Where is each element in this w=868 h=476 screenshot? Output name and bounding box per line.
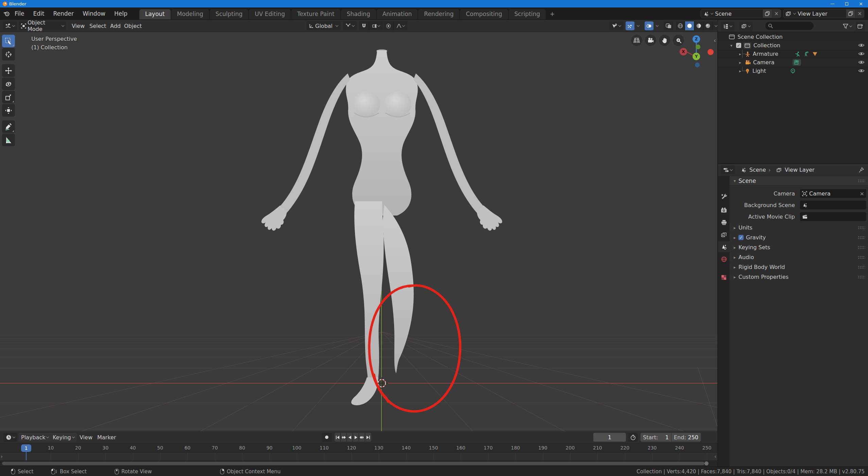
timeline-view-menu[interactable]: View <box>77 433 95 442</box>
timeline-ruler[interactable]: 1020304050607080901001101201301401501601… <box>0 443 717 453</box>
gravity-checkbox[interactable]: ✓ <box>738 235 744 240</box>
snap-target-button[interactable] <box>369 21 383 30</box>
outliner-row-scene-collection[interactable]: Scene Collection <box>718 33 868 41</box>
menu-file[interactable]: File <box>10 10 29 17</box>
toggle-perspective-button[interactable] <box>631 35 642 46</box>
scene-panel-header[interactable]: ▾ Scene <box>730 176 868 186</box>
outliner-row-armature[interactable]: ▸ Armature <box>718 50 868 58</box>
gizmo-axis-y[interactable]: Y <box>693 53 700 60</box>
add-workspace-button[interactable]: + <box>546 9 558 19</box>
new-view-layer-button[interactable] <box>846 10 855 18</box>
hide-toggle-eye-icon[interactable] <box>858 51 865 56</box>
panel-grip[interactable] <box>858 275 865 279</box>
properties-editor-type-button[interactable] <box>721 166 735 174</box>
jump-to-end-button[interactable] <box>365 433 371 442</box>
gizmo-axis-x[interactable]: X <box>680 48 687 55</box>
workspace-tab-animation[interactable]: Animation <box>377 9 418 19</box>
workspace-tab-modeling[interactable]: Modeling <box>171 9 209 19</box>
hide-toggle-eye-icon[interactable] <box>858 60 865 65</box>
navigation-gizmo[interactable]: Z X Y <box>673 32 717 73</box>
tab-texture[interactable] <box>718 272 730 283</box>
tool-measure[interactable] <box>2 134 15 146</box>
menu-window[interactable]: Window <box>78 10 110 17</box>
camera-property-field[interactable]: Camera × <box>800 189 866 198</box>
panel-audio[interactable]: ▸ Audio <box>730 253 868 262</box>
collection-checkbox[interactable]: ✓ <box>736 43 741 48</box>
proportional-edit-toggle[interactable] <box>384 21 394 30</box>
outliner-row-collection[interactable]: ▾ ✓ Collection <box>718 41 868 50</box>
tab-output[interactable] <box>718 217 730 228</box>
timeline-editor-type-button[interactable] <box>3 433 17 442</box>
disclosure-closed-icon[interactable]: ▸ <box>738 69 743 73</box>
panel-keying-sets[interactable]: ▸ Keying Sets <box>730 243 868 252</box>
minimize-button[interactable] <box>825 0 839 7</box>
timeline-expand-right-icon[interactable]: ‹ <box>714 454 716 460</box>
disclosure-closed-icon[interactable]: ▸ <box>738 52 743 56</box>
frame-start-field[interactable]: Start: 1 <box>641 433 671 442</box>
view-layer-selector[interactable]: View Layer × <box>783 9 864 18</box>
panel-grip[interactable] <box>858 246 865 249</box>
outliner-filter-button[interactable] <box>840 22 854 31</box>
record-button[interactable] <box>322 433 332 442</box>
panel-grip[interactable] <box>858 179 865 183</box>
gizmo-axis-z[interactable]: Z <box>693 35 700 43</box>
xray-toggle[interactable] <box>664 21 673 30</box>
timeline-track[interactable] <box>0 453 717 460</box>
blender-app-menu-icon[interactable] <box>3 10 10 17</box>
timeline-scrollbar[interactable] <box>2 462 704 465</box>
menu-help[interactable]: Help <box>110 10 132 17</box>
disclosure-open-icon[interactable]: ▾ <box>729 43 734 48</box>
new-collection-button[interactable] <box>856 22 865 31</box>
jump-to-start-button[interactable] <box>335 433 341 442</box>
shading-wireframe-button[interactable] <box>676 21 685 30</box>
timeline-marker-menu[interactable]: Marker <box>95 433 119 442</box>
panel-grip[interactable] <box>858 236 865 239</box>
tool-move[interactable] <box>2 64 15 77</box>
clear-camera-button[interactable]: × <box>860 190 864 197</box>
play-button[interactable] <box>353 433 359 442</box>
outliner-search-input[interactable] <box>765 22 814 30</box>
disclosure-closed-icon[interactable]: ▸ <box>738 60 743 65</box>
breadcrumb-view-layer[interactable]: View Layer <box>785 167 815 173</box>
tool-cursor[interactable] <box>2 48 15 61</box>
camera-view-button[interactable] <box>645 35 656 46</box>
unlink-scene-button[interactable]: × <box>772 10 781 18</box>
tab-view-layer[interactable] <box>718 229 730 240</box>
tab-world[interactable] <box>718 254 730 265</box>
active-movie-clip-field[interactable] <box>800 212 866 221</box>
gizmo-axis-x-neg[interactable] <box>708 49 714 55</box>
snap-toggle[interactable] <box>359 21 369 30</box>
timeline-expand-left-icon[interactable]: › <box>1 454 3 460</box>
panel-gravity[interactable]: ▸ ✓ Gravity <box>730 233 868 242</box>
falloff-button[interactable] <box>394 21 407 30</box>
tool-rotate[interactable] <box>2 78 15 90</box>
playback-menu[interactable]: Playback <box>19 433 51 442</box>
hide-toggle-eye-icon[interactable] <box>858 68 865 73</box>
shading-solid-button[interactable] <box>685 21 694 30</box>
close-button[interactable]: × <box>854 0 868 7</box>
workspace-tab-layout[interactable]: Layout <box>139 9 171 19</box>
panel-grip[interactable] <box>858 226 865 230</box>
workspace-tab-sculpting[interactable]: Sculpting <box>210 9 248 19</box>
pin-icon[interactable] <box>859 167 864 173</box>
tool-annotate[interactable] <box>2 120 15 133</box>
show-overlays-toggle[interactable] <box>645 21 653 30</box>
menu-add[interactable]: Add <box>107 21 123 30</box>
menu-edit[interactable]: Edit <box>29 10 49 17</box>
region-collapse-icon[interactable]: ‹ <box>714 37 716 44</box>
workspace-tab-shading[interactable]: Shading <box>341 9 376 19</box>
outliner-display-mode-button[interactable] <box>739 22 753 31</box>
show-gizmo-toggle[interactable] <box>626 21 634 30</box>
keying-menu[interactable]: Keying <box>50 433 77 442</box>
remove-view-layer-button[interactable]: × <box>855 10 864 18</box>
scene-selector[interactable]: Scene × <box>701 9 781 18</box>
panel-grip[interactable] <box>858 266 865 269</box>
panel-custom-properties[interactable]: ▸ Custom Properties <box>730 272 868 282</box>
editor-type-button[interactable] <box>3 21 17 30</box>
hide-toggle-eye-icon[interactable] <box>858 42 865 48</box>
tool-select-box[interactable] <box>2 35 15 47</box>
tab-tool[interactable] <box>718 191 730 202</box>
current-frame-indicator[interactable]: 1 <box>21 444 31 452</box>
shading-material-button[interactable] <box>694 21 703 30</box>
frame-end-field[interactable]: End: 250 <box>671 433 701 442</box>
